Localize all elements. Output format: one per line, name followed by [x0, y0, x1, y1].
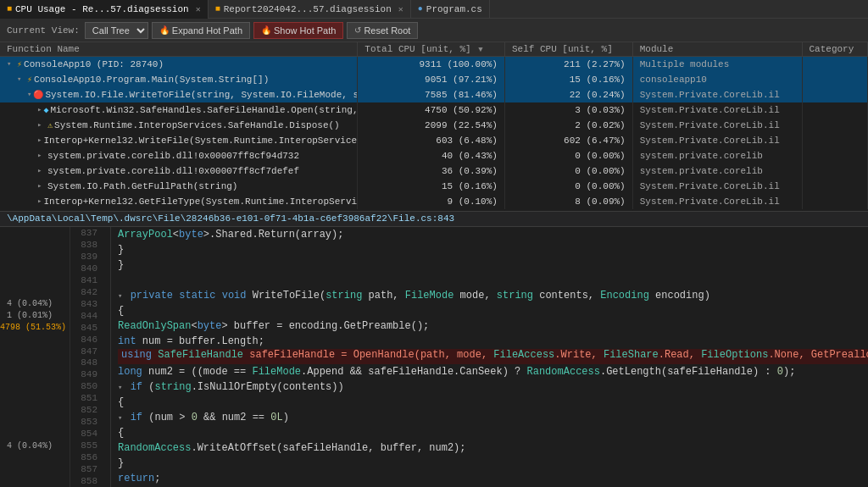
line-number: 843: [70, 299, 104, 309]
category-cell: [802, 118, 868, 133]
category-cell: [802, 163, 868, 179]
line-number: 838: [70, 240, 104, 250]
table-row[interactable]: ▾ 🔴 System.IO.File.WriteToFile(string, S…: [0, 87, 868, 102]
table-row[interactable]: ▸ ⚠ System.Runtime.InteropServices.SafeH…: [0, 118, 868, 133]
code-text: {: [118, 305, 124, 317]
module-cell: System.Private.CoreLib.il: [632, 102, 802, 118]
tab-cpu-usage[interactable]: ■ CPU Usage - Re...57.diagsession ✕: [0, 0, 209, 19]
gutter-line: [0, 404, 70, 416]
line-number: 846: [70, 335, 104, 345]
table-row[interactable]: ▸ System.IO.Path.GetFullPath(string) 15 …: [0, 179, 868, 194]
gutter-line: [0, 368, 70, 380]
table-row[interactable]: ▸ Interop+Kernel32.GetFileType(System.Ru…: [0, 194, 868, 209]
code-editor: 4 (0.04%)1 (0.01%)4798 (51.53%)4 (0.04%)…: [0, 227, 868, 487]
code-chevron[interactable]: ▾: [118, 384, 122, 392]
code-text: }: [118, 244, 124, 256]
fn-name: Interop+Kernel32.GetFileType(System.Runt…: [43, 196, 357, 207]
code-line: using SafeFileHandle safeFileHandle = Op…: [118, 349, 868, 364]
col-header-function[interactable]: Function Name: [0, 42, 358, 57]
module-cell: system.private.corelib: [632, 163, 802, 179]
self-cpu-cell: 0 (0.00%): [504, 148, 632, 163]
show-hot-path-button[interactable]: 🔥 Show Hot Path: [253, 22, 343, 39]
code-text: ▾ if (string.IsNullOrEmpty(contents)): [118, 381, 344, 393]
col-header-category[interactable]: Category: [802, 42, 868, 57]
fn-name: Interop+Kernel32.WriteFile(System.Runtim…: [43, 136, 357, 146]
flame-icon: 🔥: [159, 25, 170, 35]
table-row[interactable]: ▸ ◆ Microsoft.Win32.SafeHandles.SafeFile…: [0, 102, 868, 118]
code-chevron[interactable]: ▾: [118, 292, 122, 301]
total-cpu-cell: 9311 (100.00%): [358, 57, 505, 72]
tab-label-program: Program.cs: [426, 4, 482, 14]
code-text: long num2 = ((mode == FileMode.Append &&…: [118, 366, 795, 378]
line-number: 844: [70, 311, 104, 321]
expand-icon[interactable]: ▸: [37, 136, 42, 145]
module-cell: consoleapp10: [632, 72, 802, 87]
line-number: 850: [70, 381, 104, 391]
tab-close-report[interactable]: ✕: [398, 4, 403, 14]
code-text: ReadOnlySpan<byte> buffer = encoding.Get…: [118, 320, 429, 332]
col-header-module[interactable]: Module: [632, 42, 802, 57]
module-cell: System.Private.CoreLib.il: [632, 179, 802, 194]
expand-hot-path-button[interactable]: 🔥 Expand Hot Path: [152, 22, 250, 39]
line-number: 858: [70, 476, 104, 486]
code-line: long num2 = ((mode == FileMode.Append &&…: [118, 364, 868, 379]
reset-root-button[interactable]: ↺ Reset Root: [347, 22, 418, 39]
line-number: 854: [70, 429, 104, 439]
expand-icon[interactable]: ▸: [37, 196, 42, 206]
line-number: 852: [70, 405, 104, 415]
table-row[interactable]: ▾ ⚡ ConsoleApp10.Program.Main(System.Str…: [0, 72, 868, 87]
table-row[interactable]: ▸ system.private.corelib.dll!0x00007ff8c…: [0, 148, 868, 163]
expand-icon[interactable]: ▾: [17, 75, 25, 84]
col-header-total-cpu[interactable]: Total CPU [unit, %] ▼: [358, 42, 505, 57]
expand-icon[interactable]: ▾: [7, 59, 15, 69]
line-number: 839: [70, 252, 104, 262]
gutter-value: 4798 (51.53%): [0, 323, 70, 332]
line-number-line: 843: [70, 298, 107, 310]
view-select[interactable]: Call Tree: [85, 22, 148, 39]
tab-program-cs[interactable]: ● Program.cs: [411, 0, 490, 19]
fn-name: System.IO.Path.GetFullPath(string): [47, 181, 237, 191]
line-number: 856: [70, 452, 104, 462]
table-row[interactable]: ▸ Interop+Kernel32.WriteFile(System.Runt…: [0, 133, 868, 148]
line-number-line: 841: [70, 274, 107, 286]
tab-close-cpu[interactable]: ✕: [196, 4, 201, 14]
tab-report[interactable]: ■ Report2024042...57.diagsession ✕: [209, 0, 411, 19]
total-cpu-cell: 9051 (97.21%): [358, 72, 505, 87]
module-cell: System.Private.CoreLib.il: [632, 87, 802, 102]
line-number-line: 858: [70, 475, 107, 487]
gutter-line: [0, 357, 70, 368]
code-text: using SafeFileHandle safeFileHandle = Op…: [121, 349, 868, 361]
toolbar: Current View: Call Tree 🔥 Expand Hot Pat…: [0, 19, 868, 42]
category-cell: [802, 87, 868, 102]
expand-icon[interactable]: ▸: [37, 120, 46, 130]
category-cell: [802, 57, 868, 72]
table-row[interactable]: ▾ ⚡ ConsoleApp10 (PID: 28740) 9311 (100.…: [0, 57, 868, 72]
gutter-line: [0, 334, 70, 346]
col-header-self-cpu[interactable]: Self CPU [unit, %]: [504, 42, 632, 57]
code-text: }: [118, 259, 124, 271]
gutter-line: [0, 274, 70, 286]
fn-icon-orange: ⚡: [17, 59, 22, 69]
total-cpu-cell: 9 (0.10%): [358, 194, 505, 209]
gutter-line: [0, 286, 70, 298]
line-number-line: 838: [70, 239, 107, 251]
sort-icon: ▼: [478, 46, 482, 54]
expand-icon[interactable]: ▸: [37, 105, 42, 114]
gutter-line: 1 (0.01%): [0, 310, 70, 322]
expand-icon[interactable]: ▸: [37, 166, 46, 175]
view-label: Current View:: [7, 25, 80, 36]
code-line: {: [118, 303, 868, 318]
line-number: 837: [70, 228, 104, 238]
table-row[interactable]: ▸ system.private.corelib.dll!0x00007ff8c…: [0, 163, 868, 179]
code-line: }: [118, 242, 868, 257]
tab-bar: ■ CPU Usage - Re...57.diagsession ✕ ■ Re…: [0, 0, 868, 19]
code-chevron[interactable]: ▾: [118, 414, 122, 423]
tab-label-cpu: CPU Usage - Re...57.diagsession: [15, 4, 189, 14]
code-text: ArrayPool<byte>.Shared.Return(array);: [118, 229, 343, 241]
expand-icon[interactable]: ▾: [27, 90, 31, 99]
expand-icon[interactable]: ▸: [37, 181, 46, 191]
line-number: 857: [70, 464, 104, 474]
self-cpu-cell: 8 (0.09%): [504, 194, 632, 209]
expand-icon[interactable]: ▸: [37, 151, 46, 160]
total-cpu-cell: 4750 (50.92%): [358, 102, 505, 118]
